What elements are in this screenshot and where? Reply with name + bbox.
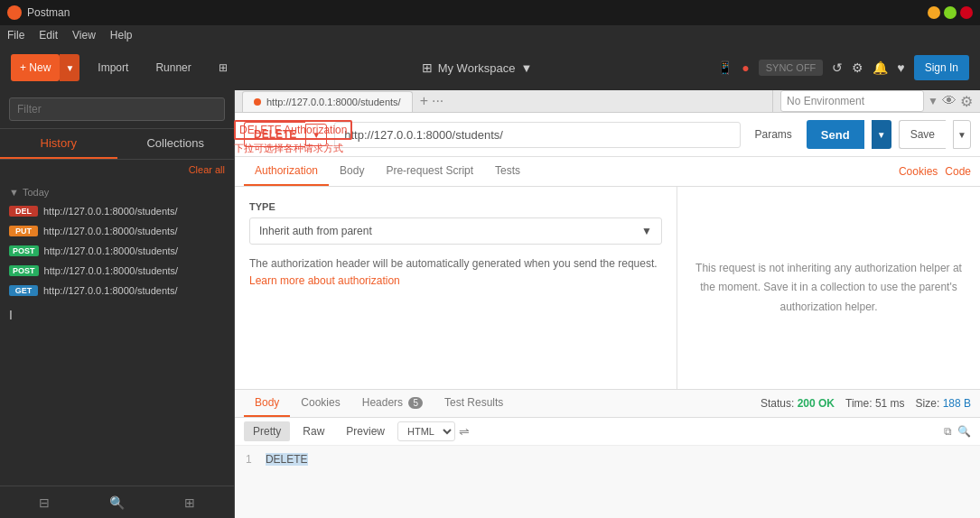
toolbar-extra-button[interactable]: ⊞: [210, 54, 237, 81]
request-tab[interactable]: http://127.0.0.1:8000/students/: [242, 91, 413, 112]
response-code: DELETE: [266, 453, 308, 466]
preview-button[interactable]: Preview: [337, 421, 394, 441]
menu-help[interactable]: Help: [110, 29, 133, 42]
heart-icon[interactable]: ♥: [897, 60, 904, 75]
new-button[interactable]: + New: [11, 54, 60, 81]
code-highlight: DELETE: [266, 453, 308, 466]
runner-button[interactable]: Runner: [146, 54, 200, 81]
time-label: Time: 51 ms: [845, 397, 905, 410]
window-controls: [928, 6, 973, 19]
workspace-selector[interactable]: ⊞ My Workspace ▼: [246, 60, 709, 75]
signin-button[interactable]: Sign In: [914, 55, 969, 80]
import-button[interactable]: Import: [89, 54, 137, 81]
size-value: 188 B: [943, 397, 971, 410]
method-badge-put: PUT: [9, 226, 38, 236]
pretty-button[interactable]: Pretty: [244, 421, 290, 441]
tab-history[interactable]: History: [0, 129, 117, 159]
cursor-area: I: [0, 304, 234, 326]
auth-description: The authorization header will be automat…: [249, 255, 662, 290]
auth-left-panel: TYPE Inherit auth from parent ▼ The auth…: [235, 187, 677, 389]
tab-pre-request-script[interactable]: Pre-request Script: [375, 157, 484, 186]
format-select[interactable]: HTML: [397, 421, 455, 441]
learn-more-link[interactable]: Learn more about authorization: [249, 274, 400, 287]
history-today-label: ▼ Today: [0, 183, 234, 201]
bell-icon[interactable]: 🔔: [873, 60, 888, 75]
response-tabs: Body Cookies Headers 5 Test Results Stat…: [235, 390, 980, 418]
code-link[interactable]: Code: [945, 165, 971, 178]
send-dropdown-button[interactable]: ▼: [872, 120, 891, 149]
history-item-3[interactable]: POST http://127.0.0.1:8000/students/: [0, 261, 234, 281]
env-select[interactable]: No Environment: [780, 90, 924, 112]
history-item-2[interactable]: POST http://127.0.0.1:8000/students/: [0, 241, 234, 261]
tab-body[interactable]: Body: [329, 157, 375, 186]
tab-more-button[interactable]: ···: [432, 93, 443, 109]
save-dropdown-button[interactable]: ▼: [953, 120, 971, 149]
wrap-icon[interactable]: ⇌: [459, 424, 470, 439]
params-button[interactable]: Params: [748, 123, 799, 146]
raw-button[interactable]: Raw: [294, 421, 333, 441]
menu-file[interactable]: File: [7, 29, 24, 42]
menu-view[interactable]: View: [72, 29, 96, 42]
tab-authorization[interactable]: Authorization: [244, 157, 329, 186]
status-value: 200 OK: [798, 397, 835, 410]
method-button[interactable]: DELETE: [244, 122, 305, 147]
main-area: History Collections Clear all ▼ Today DE…: [0, 90, 980, 518]
sidebar-footer-icon-3[interactable]: ⊞: [184, 495, 195, 510]
response-section: Body Cookies Headers 5 Test Results Stat…: [235, 389, 980, 518]
filter-input[interactable]: [9, 97, 225, 121]
phone-icon[interactable]: 📱: [717, 60, 733, 75]
history-icon[interactable]: ↺: [832, 60, 843, 75]
app-title: Postman: [7, 5, 70, 20]
clear-all-area: Clear all: [0, 160, 234, 180]
method-badge-get: GET: [9, 285, 38, 296]
save-button[interactable]: Save: [899, 120, 946, 149]
tab-collections[interactable]: Collections: [117, 129, 235, 159]
response-tab-headers[interactable]: Headers 5: [351, 390, 434, 417]
tab-tests[interactable]: Tests: [484, 157, 531, 186]
method-selector: DELETE ▼: [244, 122, 327, 147]
response-tab-body[interactable]: Body: [244, 390, 290, 417]
method-dropdown-button[interactable]: ▼: [305, 124, 327, 146]
workspace-label: My Workspace: [438, 61, 516, 75]
status-label: Status: 200 OK: [761, 397, 835, 410]
env-eye-icon[interactable]: 👁: [942, 93, 957, 109]
auth-section: TYPE Inherit auth from parent ▼ The auth…: [235, 187, 980, 389]
history-url-3: http://127.0.0.1:8000/students/: [44, 265, 179, 276]
search-icon[interactable]: 🔍: [957, 425, 971, 438]
response-icons-right: ⧉ 🔍: [944, 425, 971, 438]
time-value: 51 ms: [875, 397, 905, 410]
request-tabs: Authorization Body Pre-request Script Te…: [235, 157, 980, 187]
env-dropdown-icon[interactable]: ▼: [928, 95, 938, 107]
minimize-button[interactable]: [928, 6, 940, 19]
maximize-button[interactable]: [944, 6, 957, 19]
history-item-0[interactable]: DEL http://127.0.0.1:8000/students/: [0, 201, 234, 221]
history-item-1[interactable]: PUT http://127.0.0.1:8000/students/: [0, 221, 234, 241]
add-tab-button[interactable]: +: [420, 93, 428, 109]
url-input[interactable]: [334, 122, 740, 148]
new-button-group: + New ▼: [11, 54, 79, 81]
record-icon[interactable]: ●: [742, 60, 749, 75]
clear-all-link[interactable]: Clear all: [189, 164, 225, 175]
size-label: Size: 188 B: [916, 397, 971, 410]
sidebar-tabs: History Collections: [0, 129, 234, 160]
sidebar-footer-icon-1[interactable]: ⊟: [39, 495, 50, 510]
sync-status[interactable]: SYNC OFF: [759, 60, 824, 76]
history-item-4[interactable]: GET http://127.0.0.1:8000/students/: [0, 281, 234, 301]
send-button[interactable]: Send: [807, 120, 864, 149]
type-select[interactable]: Inherit auth from parent ▼: [249, 217, 662, 245]
menu-edit[interactable]: Edit: [39, 29, 58, 42]
content-area: http://127.0.0.1:8000/students/ + ··· No…: [235, 90, 980, 518]
copy-icon[interactable]: ⧉: [944, 425, 952, 438]
history-url-2: http://127.0.0.1:8000/students/: [44, 245, 179, 256]
sidebar-footer-icon-2[interactable]: 🔍: [109, 495, 125, 510]
response-tab-test-results[interactable]: Test Results: [434, 390, 514, 417]
response-body: 1 DELETE: [235, 446, 980, 518]
close-button[interactable]: [960, 6, 973, 19]
env-gear-icon[interactable]: ⚙: [960, 93, 973, 110]
settings-icon[interactable]: ⚙: [852, 60, 863, 75]
cookies-link[interactable]: Cookies: [899, 165, 938, 178]
auth-right-panel: This request is not inheriting any autho…: [677, 187, 980, 389]
new-dropdown-button[interactable]: ▼: [60, 54, 79, 81]
response-tab-cookies[interactable]: Cookies: [290, 390, 350, 417]
request-bar: DELETE ▼ Params Send ▼ Save ▼: [235, 113, 980, 157]
